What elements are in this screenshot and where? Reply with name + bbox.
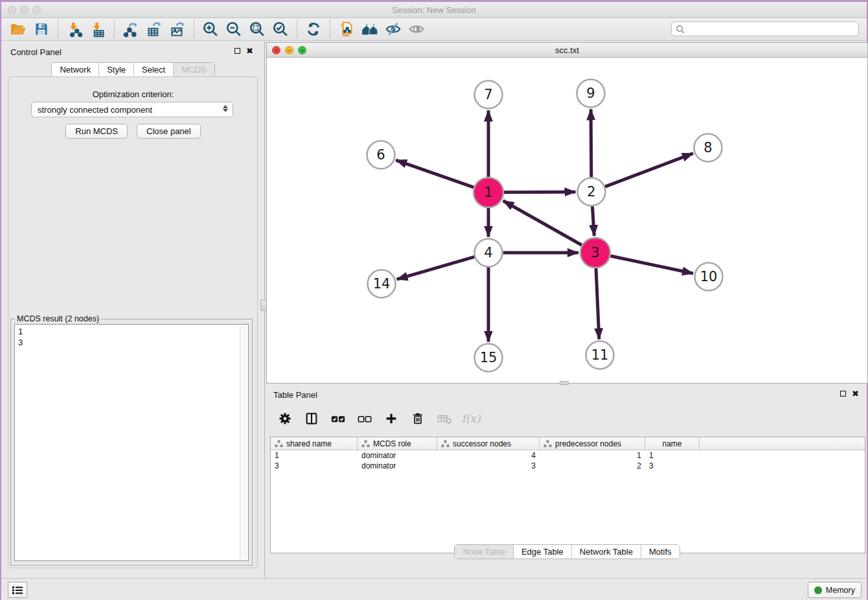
graph-node-4[interactable]: 4 — [475, 239, 503, 267]
tab-network[interactable]: Network — [52, 63, 99, 76]
graph-edge-2-8[interactable] — [605, 154, 693, 187]
tab-edge-table[interactable]: Edge Table — [514, 545, 572, 559]
table-cell[interactable]: 4 — [437, 451, 540, 460]
delete-table-icon[interactable] — [436, 410, 453, 427]
table-cell[interactable]: 1 — [271, 451, 358, 460]
select-all-columns-icon[interactable] — [330, 410, 347, 427]
close-panel-button[interactable]: Close panel — [137, 124, 201, 139]
graph-edge-2-3[interactable] — [592, 206, 594, 236]
graph-node-2[interactable]: 2 — [578, 178, 606, 206]
graph-edge-3-10[interactable] — [610, 256, 693, 273]
graph-node-15[interactable]: 15 — [475, 344, 503, 372]
graph-node-9[interactable]: 9 — [577, 80, 605, 108]
table-row[interactable]: 3dominator323 — [271, 461, 865, 471]
network-window-titlebar[interactable]: ✕ − + scc.txt — [267, 43, 867, 58]
list-icon — [12, 585, 23, 595]
run-mcds-button[interactable]: Run MCDS — [65, 124, 128, 139]
column-header-predecessor-nodes[interactable]: predecessor nodes — [540, 437, 645, 450]
tab-node-table[interactable]: Node Table — [455, 545, 514, 559]
graph-node-label: 3 — [591, 245, 599, 260]
graph-node-14[interactable]: 14 — [368, 270, 396, 298]
zoom-in-icon[interactable] — [199, 19, 222, 39]
float-panel-icon[interactable] — [234, 48, 240, 54]
graph-node-label: 11 — [591, 347, 609, 363]
zoom-selected-icon[interactable] — [269, 19, 292, 39]
graph-node-10[interactable]: 10 — [695, 263, 723, 291]
column-header-name[interactable]: name — [645, 437, 700, 450]
graph-edge-4-14[interactable] — [397, 257, 475, 279]
hide-panel-icon[interactable] — [382, 19, 405, 39]
mcds-result-fieldset: MCDS result (2 nodes) 13 — [10, 319, 253, 566]
apply-layout-icon[interactable] — [302, 19, 325, 39]
graph-edge-3-1[interactable] — [503, 201, 582, 245]
control-panel-tabbar: NetworkStyleSelectMCDS — [51, 62, 214, 77]
add-icon[interactable] — [383, 410, 400, 427]
graph-node-6[interactable]: 6 — [367, 141, 395, 169]
table-cell[interactable]: 1 — [540, 451, 645, 460]
table-toolbar: f(x) — [277, 409, 479, 428]
export-image-icon[interactable] — [166, 19, 189, 39]
open-session-icon[interactable] — [6, 19, 30, 39]
main-toolbar — [1, 18, 867, 41]
table-cell[interactable]: 2 — [540, 461, 645, 470]
export-network-icon[interactable] — [119, 19, 143, 39]
graph-node-3[interactable]: 3 — [580, 238, 610, 268]
close-table-panel-icon[interactable]: ✖ — [852, 390, 859, 397]
control-panel-title: Control Panel — [10, 47, 62, 57]
scrollbar-track[interactable] — [240, 325, 247, 560]
zoom-fit-icon[interactable] — [246, 19, 269, 39]
table-tabbar: Node TableEdge TableNetwork TableMotifs — [454, 544, 680, 559]
network-resize-handle[interactable] — [560, 381, 569, 385]
table-cell[interactable]: 3 — [645, 461, 700, 470]
save-session-icon[interactable] — [30, 19, 53, 39]
table-cell[interactable]: dominator — [358, 461, 437, 470]
tab-select[interactable]: Select — [134, 63, 174, 76]
tab-network-table[interactable]: Network Table — [572, 545, 641, 559]
table-row[interactable]: 1dominator411 — [271, 450, 865, 461]
network-view-window: ✕ − + scc.txt 7968123414101511 — [266, 42, 868, 384]
mcds-result-text[interactable]: 13 — [14, 324, 249, 561]
graph-edge-1-2[interactable] — [504, 192, 576, 192]
graph-node-8[interactable]: 8 — [694, 134, 722, 162]
search-input[interactable] — [687, 25, 854, 34]
column-header-shared-name[interactable]: shared name — [271, 437, 358, 450]
graph-node-11[interactable]: 11 — [586, 341, 614, 369]
import-table-icon[interactable] — [86, 19, 109, 39]
graph-node-1[interactable]: 1 — [474, 178, 503, 207]
tab-style[interactable]: Style — [99, 63, 134, 76]
memory-button[interactable]: Memory — [808, 582, 862, 598]
zoom-out-icon[interactable] — [222, 19, 246, 39]
graph-node-7[interactable]: 7 — [475, 81, 503, 109]
graph-edge-2-9[interactable] — [591, 109, 591, 177]
export-table-icon[interactable] — [143, 19, 166, 39]
graph-edge-1-6[interactable] — [396, 160, 474, 187]
show-graphics-icon[interactable] — [405, 19, 428, 39]
delete-icon[interactable] — [409, 410, 426, 427]
task-history-button[interactable] — [8, 582, 27, 598]
table-cell[interactable]: 1 — [645, 451, 700, 460]
table-cell[interactable]: 3 — [437, 461, 540, 470]
graph-edge-3-11[interactable] — [596, 268, 599, 340]
show-columns-icon[interactable] — [303, 410, 320, 427]
table-cell[interactable]: dominator — [358, 451, 437, 460]
graph-node-label: 6 — [376, 147, 385, 163]
mcds-result-title: MCDS result (2 nodes) — [15, 314, 101, 323]
settings-gear-icon[interactable] — [277, 410, 293, 427]
duplicate-network-icon[interactable] — [335, 19, 358, 39]
network-graph-canvas[interactable]: 7968123414101511 — [267, 58, 868, 384]
tab-motifs[interactable]: Motifs — [641, 545, 680, 559]
home-icon[interactable] — [358, 19, 382, 39]
unselect-all-columns-icon[interactable] — [356, 410, 373, 427]
column-type-icon — [441, 440, 450, 448]
import-network-icon[interactable] — [63, 19, 86, 39]
table-cell[interactable]: 3 — [271, 461, 358, 470]
optimization-criterion-value: strongly connected component — [38, 105, 152, 115]
close-panel-icon[interactable]: ✖ — [246, 47, 253, 54]
float-table-panel-icon[interactable] — [840, 391, 846, 397]
graph-node-label: 1 — [484, 185, 492, 200]
optimization-criterion-select[interactable]: strongly connected component — [31, 102, 233, 117]
column-header-successor-nodes[interactable]: successor nodes — [437, 437, 540, 450]
graph-node-label: 10 — [700, 269, 718, 284]
tab-mcds[interactable]: MCDS — [174, 63, 214, 76]
column-header-mcds-role[interactable]: MCDS role — [358, 437, 437, 450]
